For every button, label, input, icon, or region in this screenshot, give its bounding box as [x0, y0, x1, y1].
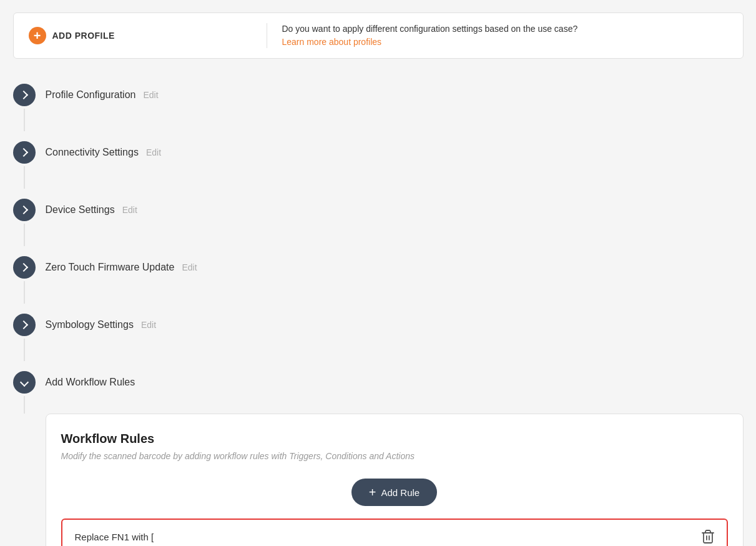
page-container: + ADD PROFILE Do you want to apply diffe… [13, 12, 744, 546]
chevron-right-icon [22, 206, 27, 215]
device-settings-edit[interactable]: Edit [122, 205, 137, 215]
trash-icon [702, 530, 714, 544]
add-rule-top-button[interactable]: + Add Rule [351, 479, 437, 506]
expand-symbology-settings[interactable] [13, 314, 36, 336]
section-item-symbology-settings: Symbology Settings Edit [13, 304, 744, 346]
add-profile-label[interactable]: ADD PROFILE [52, 31, 115, 41]
chevron-right-icon [22, 320, 27, 330]
learn-more-link[interactable]: Learn more about profiles [282, 37, 382, 47]
expand-add-workflow-rules[interactable] [13, 371, 36, 394]
add-workflow-rules-label: Add Workflow Rules [46, 377, 135, 388]
add-profile-banner: + ADD PROFILE Do you want to apply diffe… [13, 12, 744, 59]
workflow-rules-card: Workflow Rules Modify the scanned barcod… [46, 414, 744, 546]
zero-touch-firmware-update-edit[interactable]: Edit [182, 262, 197, 272]
add-profile-left: + ADD PROFILE [29, 27, 252, 44]
profile-configuration-label: Profile Configuration [46, 89, 136, 101]
delete-rule-button[interactable] [702, 530, 714, 544]
connectivity-settings-label: Connectivity Settings [46, 147, 139, 158]
banner-description: Do you want to apply different configura… [282, 24, 728, 34]
workflow-rules-title: Workflow Rules [61, 432, 728, 446]
device-settings-label: Device Settings [46, 204, 115, 216]
section-item-add-workflow-rules: Add Workflow Rules [13, 361, 744, 404]
profile-configuration-edit[interactable]: Edit [143, 90, 158, 100]
expand-device-settings[interactable] [13, 199, 36, 221]
add-rule-top-label: Add Rule [381, 487, 420, 498]
expand-profile-configuration[interactable] [13, 84, 36, 106]
zero-touch-firmware-update-label: Zero Touch Firmware Update [46, 262, 175, 273]
connectivity-settings-edit[interactable]: Edit [146, 147, 161, 157]
section-item-connectivity-settings: Connectivity Settings Edit [13, 131, 744, 174]
section-list: Profile Configuration Edit Connectivity … [13, 74, 744, 546]
expand-connectivity-settings[interactable] [13, 141, 36, 164]
add-rule-top-container: + Add Rule [61, 479, 728, 519]
section-item-zero-touch-firmware-update: Zero Touch Firmware Update Edit [13, 246, 744, 289]
chevron-down-icon [21, 378, 27, 387]
chevron-right-icon [22, 148, 27, 157]
symbology-settings-label: Symbology Settings [46, 319, 134, 330]
section-item-device-settings: Device Settings Edit [13, 189, 744, 231]
add-profile-right: Do you want to apply different configura… [282, 24, 728, 47]
chevron-right-icon [22, 91, 27, 100]
add-rule-plus-icon: + [369, 486, 376, 499]
section-item-profile-configuration: Profile Configuration Edit [13, 74, 744, 116]
workflow-rules-description: Modify the scanned barcode by adding wor… [61, 451, 728, 461]
plus-circle-icon: + [29, 27, 46, 44]
symbology-settings-edit[interactable]: Edit [141, 320, 156, 330]
chevron-right-icon [22, 263, 27, 272]
expand-zero-touch-firmware-update[interactable] [13, 256, 36, 279]
banner-divider [267, 23, 267, 48]
rule-row: Replace FN1 with [ [61, 519, 728, 546]
rule-text: Replace FN1 with [ [75, 532, 154, 542]
